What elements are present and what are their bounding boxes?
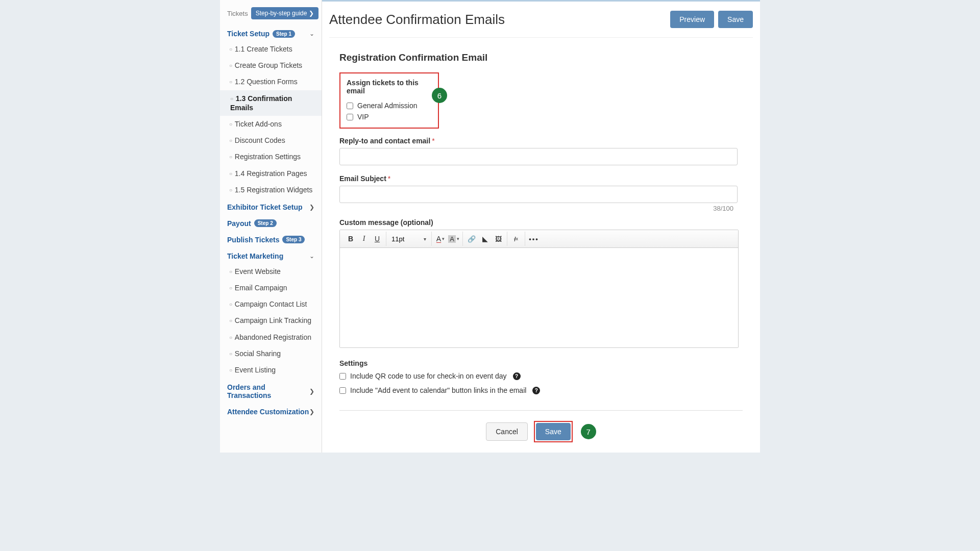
- sidebar-item[interactable]: Social Sharing: [220, 345, 322, 362]
- save-button-top[interactable]: Save: [718, 11, 753, 28]
- setting-qr-label: Include QR code to use for check-in on e…: [350, 372, 507, 380]
- setting-calendar-checkbox[interactable]: [339, 387, 346, 394]
- sidebar-item[interactable]: Discount Codes: [220, 132, 322, 148]
- assign-tickets-box: Assign tickets to this email General Adm…: [339, 72, 439, 129]
- sidebar-section-orders[interactable]: Orders and Transactions ❯: [220, 378, 322, 403]
- editor-toolbar: B I U 11pt A▾: [340, 230, 738, 248]
- sidebar-section-title: Ticket Setup: [227, 30, 270, 38]
- sidebar-list-marketing: Event Website Email Campaign Campaign Co…: [220, 263, 322, 378]
- chevron-right-icon: ❯: [309, 408, 314, 415]
- step-badge: Step 1: [273, 30, 295, 38]
- subject-counter: 38/100: [713, 205, 733, 212]
- save-highlight: Save: [534, 421, 573, 442]
- ticket-checkbox-vip[interactable]: [347, 114, 353, 120]
- page-title: Attendee Confirmation Emails: [329, 12, 505, 28]
- custom-message-label: Custom message (optional): [339, 218, 743, 227]
- sidebar-section-ticket-setup[interactable]: Ticket Setup Step 1 ⌄: [220, 24, 322, 41]
- sidebar-item[interactable]: Campaign Contact List: [220, 296, 322, 312]
- sidebar-item[interactable]: Event Listing: [220, 362, 322, 378]
- chevron-down-icon: ⌄: [309, 30, 314, 37]
- sidebar-section-attendee-custom[interactable]: Attendee Customization ❯: [220, 403, 322, 419]
- save-button-bottom[interactable]: Save: [536, 423, 571, 440]
- preview-button[interactable]: Preview: [670, 11, 714, 28]
- editor-body[interactable]: [340, 248, 738, 347]
- image-icon[interactable]: 🖼: [492, 233, 505, 245]
- ticket-label: VIP: [357, 113, 369, 121]
- sidebar-item-active[interactable]: 1.3 Confirmation Emails: [220, 90, 322, 116]
- annotation-step-7: 7: [581, 424, 596, 439]
- sidebar-section-title: Orders and Transactions: [227, 383, 309, 399]
- main-content: Attendee Confirmation Emails Preview Sav…: [322, 0, 760, 453]
- ticket-label: General Admission: [357, 102, 418, 110]
- setting-qr-checkbox[interactable]: [339, 373, 346, 380]
- help-icon[interactable]: ?: [532, 387, 540, 394]
- sidebar: Tickets Step-by-step guide ❯ Ticket Setu…: [220, 0, 322, 453]
- sidebar-section-payout[interactable]: Payout Step 2: [220, 214, 322, 231]
- chevron-right-icon: ❯: [309, 204, 314, 211]
- help-icon[interactable]: ?: [513, 372, 521, 380]
- sidebar-section-title: Ticket Marketing: [227, 252, 283, 260]
- sidebar-section-label: Tickets: [227, 10, 248, 17]
- subject-label: Email Subject*: [339, 174, 743, 183]
- annotation-step-6: 6: [432, 88, 447, 103]
- chevron-down-icon: ⌄: [309, 253, 314, 260]
- sidebar-item[interactable]: Registration Settings: [220, 148, 322, 165]
- setting-calendar-label: Include "Add event to calendar" button l…: [350, 386, 526, 394]
- sidebar-item[interactable]: 1.2 Question Forms: [220, 73, 322, 90]
- text-color-icon[interactable]: A▾: [434, 233, 447, 245]
- rich-text-editor: B I U 11pt A▾: [339, 230, 739, 348]
- sidebar-section-title: Exhibitor Ticket Setup: [227, 203, 303, 211]
- sidebar-item[interactable]: Create Group Tickets: [220, 57, 322, 73]
- sidebar-section-title: Attendee Customization: [227, 408, 309, 416]
- assign-tickets-label: Assign tickets to this email: [347, 79, 432, 95]
- sidebar-section-exhibitor[interactable]: Exhibitor Ticket Setup ❯: [220, 198, 322, 214]
- settings-heading: Settings: [339, 359, 743, 367]
- subject-input[interactable]: [339, 186, 738, 203]
- reply-to-input[interactable]: [339, 148, 738, 165]
- clear-format-icon[interactable]: Ix: [509, 233, 523, 245]
- sidebar-item[interactable]: Abandoned Registration: [220, 329, 322, 345]
- sidebar-item[interactable]: 1.5 Registration Widgets: [220, 182, 322, 198]
- sidebar-item[interactable]: Event Website: [220, 263, 322, 280]
- highlight-color-icon[interactable]: A▾: [447, 233, 460, 245]
- step-badge: Step 2: [254, 219, 277, 227]
- sidebar-item[interactable]: Email Campaign: [220, 280, 322, 296]
- sidebar-list-ticket-setup: 1.1 Create Tickets Create Group Tickets …: [220, 41, 322, 198]
- italic-icon[interactable]: I: [357, 233, 371, 245]
- reply-to-label: Reply-to and contact email*: [339, 137, 743, 145]
- ticket-checkbox-general[interactable]: [347, 103, 353, 109]
- sidebar-item[interactable]: 1.4 Registration Pages: [220, 165, 322, 182]
- more-icon[interactable]: •••: [527, 233, 541, 245]
- sidebar-item[interactable]: 1.1 Create Tickets: [220, 41, 322, 57]
- bookmark-icon[interactable]: ◣: [478, 233, 492, 245]
- sidebar-section-title: Payout: [227, 219, 251, 228]
- sidebar-section-publish[interactable]: Publish Tickets Step 3: [220, 231, 322, 247]
- step-badge: Step 3: [282, 236, 305, 243]
- bold-icon[interactable]: B: [344, 233, 357, 245]
- sidebar-item[interactable]: Ticket Add-ons: [220, 116, 322, 132]
- cancel-button[interactable]: Cancel: [486, 422, 528, 441]
- sidebar-item[interactable]: Campaign Link Tracking: [220, 312, 322, 329]
- chevron-right-icon: ❯: [309, 388, 314, 395]
- underline-icon[interactable]: U: [371, 233, 384, 245]
- sidebar-section-marketing[interactable]: Ticket Marketing ⌄: [220, 247, 322, 263]
- form-section-heading: Registration Confirmation Email: [339, 52, 743, 63]
- step-guide-button[interactable]: Step-by-step guide ❯: [251, 7, 318, 19]
- link-icon[interactable]: 🔗: [465, 233, 478, 245]
- sidebar-section-title: Publish Tickets: [227, 236, 279, 244]
- font-size-select[interactable]: 11pt: [388, 234, 415, 244]
